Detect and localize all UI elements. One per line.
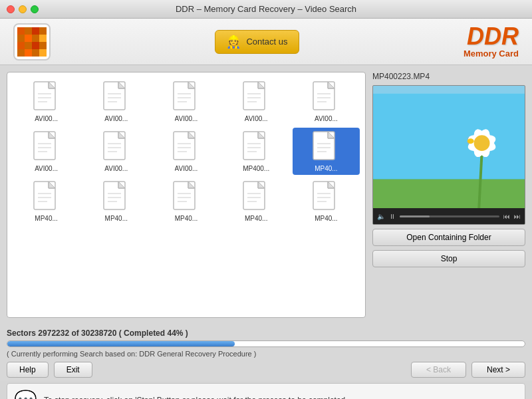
- brand-sub: Memory Card: [464, 49, 519, 59]
- file-icon: [312, 180, 340, 213]
- info-bar: 💬 To stop recovery, click on 'Stop' Butt…: [7, 383, 525, 399]
- minimize-button[interactable]: [19, 5, 27, 13]
- file-label: AVI00...: [35, 165, 58, 172]
- file-label: MP40...: [315, 165, 337, 172]
- play-pause-icon[interactable]: ⏸: [389, 213, 396, 220]
- video-controls: 🔈 ⏸ ⏮ ⏭: [373, 208, 525, 224]
- file-item[interactable]: AVI00...: [13, 128, 80, 175]
- file-icon: [242, 130, 270, 164]
- forward-icon[interactable]: ⏭: [514, 213, 521, 220]
- file-label: AVI00...: [175, 115, 198, 122]
- file-icon: [33, 80, 61, 114]
- stop-button[interactable]: Stop: [372, 250, 525, 267]
- bottom-section: Sectors 2972232 of 30238720 ( Completed …: [0, 325, 532, 380]
- file-label: AVI00...: [104, 165, 128, 172]
- file-item[interactable]: MP40...: [293, 178, 360, 225]
- file-label: AVI00...: [315, 115, 338, 122]
- video-image: [373, 86, 525, 224]
- file-item[interactable]: MP400...: [223, 128, 290, 175]
- file-icon: [102, 80, 130, 114]
- app-logo: [13, 23, 51, 61]
- file-icon: [33, 180, 61, 213]
- file-label: MP40...: [315, 215, 337, 222]
- file-label: MP40...: [35, 215, 57, 222]
- contact-label: Contact us: [246, 37, 287, 47]
- file-label: MP40...: [175, 215, 198, 222]
- traffic-lights: [7, 5, 39, 13]
- progress-bar-fill: [7, 341, 235, 346]
- file-icon: [242, 180, 270, 213]
- close-button[interactable]: [7, 5, 15, 13]
- file-item[interactable]: MP40...: [13, 178, 80, 225]
- main-content: AVI00... AVI00... AVI00... AVI00...: [0, 65, 532, 325]
- file-label: AVI00...: [245, 115, 268, 122]
- file-icon: [312, 130, 340, 164]
- file-label: MP40...: [105, 215, 128, 222]
- preview-panel: MP400223.MP4: [372, 72, 525, 318]
- file-item[interactable]: AVI00...: [152, 78, 219, 125]
- progress-section: Sectors 2972232 of 30238720 ( Completed …: [7, 329, 525, 347]
- file-label: MP40...: [245, 215, 267, 222]
- status-text: ( Currently performing Search based on: …: [7, 350, 525, 358]
- file-item[interactable]: AVI00...: [152, 128, 219, 175]
- brand: DDR Memory Card: [464, 25, 519, 59]
- progress-bar-track: [7, 340, 525, 347]
- volume-icon[interactable]: 🔈: [377, 213, 385, 220]
- next-button[interactable]: Next >: [471, 362, 525, 378]
- video-progress[interactable]: [400, 215, 499, 217]
- file-icon: [33, 130, 61, 164]
- info-icon: 💬: [14, 389, 37, 399]
- progress-label: Sectors 2972232 of 30238720 ( Completed …: [7, 329, 525, 338]
- help-button[interactable]: Help: [7, 362, 49, 378]
- window-title: DDR – Memory Card Recovery – Video Searc…: [176, 4, 356, 14]
- file-item[interactable]: AVI00...: [13, 78, 80, 125]
- file-label: AVI00...: [104, 115, 128, 122]
- file-icon: [172, 130, 200, 164]
- file-item[interactable]: AVI00...: [82, 128, 150, 175]
- file-label: AVI00...: [175, 165, 198, 172]
- file-item[interactable]: MP40...: [152, 178, 219, 225]
- file-icon: [172, 180, 200, 213]
- rewind-icon[interactable]: ⏮: [503, 213, 510, 220]
- file-item[interactable]: MP40...: [82, 178, 150, 225]
- svg-point-115: [467, 138, 474, 144]
- file-label: AVI00...: [35, 115, 58, 122]
- contact-button[interactable]: 👷 Contact us: [215, 30, 299, 54]
- contact-icon: 👷: [226, 35, 241, 49]
- file-icon: [312, 80, 340, 114]
- file-icon: [102, 180, 130, 213]
- file-grid-container[interactable]: AVI00... AVI00... AVI00... AVI00...: [7, 72, 366, 318]
- file-grid: AVI00... AVI00... AVI00... AVI00...: [13, 78, 360, 225]
- info-message: To stop recovery, click on 'Stop' Button…: [44, 396, 348, 400]
- exit-button[interactable]: Exit: [54, 362, 92, 378]
- file-icon: [102, 130, 130, 164]
- file-icon: [172, 80, 200, 114]
- brand-ddr: DDR: [464, 25, 519, 49]
- file-label: MP400...: [243, 165, 269, 172]
- back-button[interactable]: < Back: [411, 362, 466, 378]
- svg-point-114: [474, 135, 490, 151]
- file-item[interactable]: AVI00...: [293, 78, 360, 125]
- file-item[interactable]: MP40...: [223, 178, 290, 225]
- file-icon: [242, 80, 270, 114]
- preview-filename: MP400223.MP4: [372, 72, 525, 81]
- header: 👷 Contact us DDR Memory Card: [0, 19, 532, 65]
- open-containing-folder-button[interactable]: Open Containing Folder: [372, 229, 525, 246]
- file-item[interactable]: AVI00...: [82, 78, 150, 125]
- file-item[interactable]: AVI00...: [223, 78, 290, 125]
- maximize-button[interactable]: [31, 5, 39, 13]
- action-bar: Help Exit < Back Next >: [7, 362, 525, 378]
- file-item[interactable]: MP40...: [293, 128, 360, 175]
- video-preview: 🔈 ⏸ ⏮ ⏭: [372, 85, 525, 225]
- titlebar: DDR – Memory Card Recovery – Video Searc…: [0, 0, 532, 19]
- svg-rect-105: [373, 94, 525, 180]
